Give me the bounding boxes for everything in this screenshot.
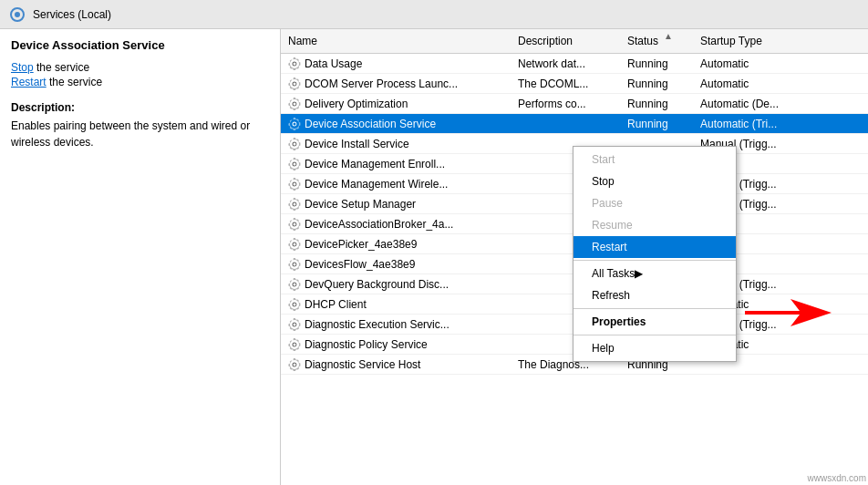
restart-link[interactable]: Restart: [11, 76, 46, 88]
gear-icon: [288, 338, 301, 351]
watermark: wwwsxdn.com: [808, 473, 866, 483]
row-desc-cell: [514, 123, 624, 125]
row-name-text: DCOM Server Process Launc...: [305, 77, 458, 90]
context-menu-item-resume: Resume: [574, 214, 736, 236]
right-panel: ▲ Name Description Status Startup Type D…: [281, 29, 868, 485]
description-section: Description: Enables pairing between the…: [11, 101, 269, 150]
table-row[interactable]: Delivery Optimization Performs co... Run…: [281, 94, 868, 114]
main-container: Device Association Service Stop the serv…: [0, 29, 868, 485]
context-menu-item-properties[interactable]: Properties: [574, 311, 736, 333]
row-name-text: Device Management Enroll...: [305, 158, 445, 170]
gear-icon: [288, 298, 301, 311]
row-status-cell: Running: [624, 57, 697, 71]
row-name-cell: Diagnostic Execution Servic...: [284, 317, 514, 332]
left-panel: Device Association Service Stop the serv…: [0, 29, 281, 485]
row-name-cell: Device Association Service: [284, 117, 514, 131]
sort-arrow: ▲: [664, 31, 673, 41]
context-menu-item-restart[interactable]: Restart: [574, 236, 736, 258]
red-arrow-indicator: [740, 299, 832, 329]
gear-icon: [288, 57, 301, 70]
row-status-cell: [624, 143, 697, 145]
context-menu-item-refresh[interactable]: Refresh: [574, 284, 736, 306]
context-menu: StartStopPauseResumeRestartAll Tasks▶Ref…: [573, 146, 737, 362]
row-name-text: DHCP Client: [305, 298, 367, 311]
gear-icon: [288, 158, 301, 170]
row-name-text: DevQuery Background Disc...: [305, 278, 449, 291]
gear-icon: [288, 318, 301, 331]
gear-icon: [288, 77, 301, 90]
table-header: Name Description Status Startup Type: [281, 29, 868, 54]
context-menu-item-start: Start: [574, 149, 736, 170]
stop-action-line: Stop the service: [11, 61, 269, 74]
context-menu-item-pause: Pause: [574, 192, 736, 214]
row-name-cell: DHCP Client: [284, 297, 514, 312]
row-name-cell: Delivery Optimization: [284, 97, 514, 111]
row-name-text: Device Setup Manager: [305, 198, 416, 211]
row-name-cell: Diagnostic Service Host: [284, 357, 514, 372]
context-menu-separator: [574, 260, 736, 261]
table-row[interactable]: DCOM Server Process Launc... The DCOML..…: [281, 74, 868, 94]
row-name-cell: Device Install Service: [284, 137, 514, 151]
gear-icon: [288, 218, 301, 231]
table-row[interactable]: Device Association Service Running Autom…: [281, 114, 868, 134]
restart-label: the service: [49, 76, 102, 88]
gear-icon: [288, 178, 301, 191]
row-name-cell: Data Usage: [284, 57, 514, 71]
row-name-cell: Diagnostic Policy Service: [284, 337, 514, 352]
row-status-cell: Running: [624, 117, 697, 131]
row-startup-cell: Automatic (Tri...: [697, 117, 815, 131]
gear-icon: [288, 98, 301, 110]
row-startup-cell: Automatic: [697, 77, 815, 91]
row-name-cell: Device Management Enroll...: [284, 157, 514, 171]
svg-marker-2: [745, 299, 832, 326]
row-name-cell: DevicePicker_4ae38e9: [284, 237, 514, 252]
context-menu-item-all-tasks[interactable]: All Tasks▶: [574, 263, 736, 284]
row-name-cell: DCOM Server Process Launc...: [284, 77, 514, 91]
context-menu-separator: [574, 308, 736, 309]
table-row[interactable]: Data Usage Network dat... Running Automa…: [281, 54, 868, 74]
gear-icon: [288, 358, 301, 371]
context-menu-separator: [574, 335, 736, 335]
row-name-text: DeviceAssociationBroker_4a...: [305, 218, 453, 231]
description-label: Description:: [11, 101, 269, 114]
row-name-text: Diagnostic Execution Servic...: [305, 318, 450, 331]
row-name-text: Device Install Service: [305, 138, 409, 150]
row-name-cell: Device Management Wirele...: [284, 177, 514, 191]
row-desc-cell: [514, 143, 624, 145]
submenu-arrow-icon: ▶: [635, 267, 643, 280]
row-name-cell: Device Setup Manager: [284, 197, 514, 212]
header-description[interactable]: Description: [514, 33, 624, 49]
gear-icon: [288, 198, 301, 211]
header-status[interactable]: Status: [624, 33, 697, 49]
row-name-cell: DeviceAssociationBroker_4a...: [284, 217, 514, 232]
gear-icon: [288, 258, 301, 271]
selected-service-title: Device Association Service: [11, 38, 269, 52]
row-name-text: DevicePicker_4ae38e9: [305, 238, 417, 251]
title-bar-text: Services (Local): [33, 8, 111, 21]
description-text: Enables pairing between the system and w…: [11, 118, 269, 150]
title-bar: Services (Local): [0, 0, 868, 29]
row-name-text: Device Association Service: [305, 118, 436, 130]
gear-icon: [288, 278, 301, 291]
row-name-text: DevicesFlow_4ae38e9: [305, 258, 415, 271]
header-name[interactable]: Name: [284, 33, 514, 49]
row-startup-cell: [697, 364, 815, 366]
header-startup[interactable]: Startup Type: [697, 33, 815, 49]
row-status-cell: Running: [624, 77, 697, 91]
row-startup-cell: Automatic (De...: [697, 97, 815, 111]
row-name-text: Device Management Wirele...: [305, 178, 448, 191]
row-name-cell: DevicesFlow_4ae38e9: [284, 257, 514, 272]
row-name-text: Delivery Optimization: [305, 98, 408, 110]
context-menu-item-label: All Tasks: [592, 267, 635, 280]
row-desc-cell: The DCOML...: [514, 77, 624, 91]
stop-link[interactable]: Stop: [11, 61, 34, 74]
row-status-cell: Running: [624, 97, 697, 111]
svg-point-1: [15, 12, 20, 17]
row-name-text: Diagnostic Service Host: [305, 358, 420, 371]
row-startup-cell: Automatic: [697, 57, 815, 71]
context-menu-item-stop[interactable]: Stop: [574, 170, 736, 192]
context-menu-item-help[interactable]: Help: [574, 337, 736, 359]
gear-icon: [288, 238, 301, 251]
gear-icon: [288, 138, 301, 150]
row-name-text: Diagnostic Policy Service: [305, 338, 428, 351]
